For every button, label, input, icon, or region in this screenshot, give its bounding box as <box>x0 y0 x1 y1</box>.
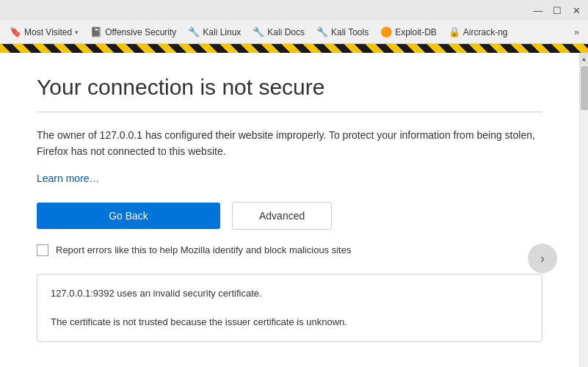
forward-nav-button[interactable]: › <box>528 244 557 273</box>
titlebar: — ☐ ✕ <box>0 0 588 21</box>
bookmark-kali-docs[interactable]: 🔧 Kali Docs <box>247 24 310 40</box>
scroll-up-button[interactable]: ▲ <box>580 53 589 65</box>
error-box: 127.0.0.1:9392 uses an invalid security … <box>37 274 542 343</box>
bookmark-label-kali-tools: Kali Tools <box>331 27 369 37</box>
bookmark-label-aircrack-ng: Aircrack-ng <box>463 27 508 37</box>
bookmark-icon-kali-linux: 🔧 <box>188 26 200 37</box>
close-button[interactable]: ✕ <box>570 4 582 16</box>
bookmark-label-kali-linux: Kali Linux <box>203 27 241 37</box>
bookmark-icon-kali-tools: 🔧 <box>316 26 328 37</box>
bookmark-kali-linux[interactable]: 🔧 Kali Linux <box>183 24 246 40</box>
maximize-button[interactable]: ☐ <box>551 4 563 16</box>
main-wrapper: Your connection is not secure The owner … <box>0 53 588 367</box>
bookmark-label-offensive-security: Offensive Security <box>105 27 176 37</box>
content-area: Your connection is not secure The owner … <box>0 53 579 367</box>
chevron-down-icon: ▾ <box>75 29 79 36</box>
divider <box>37 112 542 112</box>
bookmark-kali-tools[interactable]: 🔧 Kali Tools <box>311 24 374 40</box>
report-label: Report errors like this to help Mozilla … <box>56 244 351 255</box>
error-box-line2: The certificate is not trusted because t… <box>51 315 529 330</box>
bookmark-most-visited[interactable]: 🔖 Most Visited ▾ <box>4 24 84 40</box>
bookmark-offensive-security[interactable]: 📓 Offensive Security <box>85 24 181 40</box>
bookmark-icon-most-visited: 🔖 <box>10 26 21 37</box>
advanced-button[interactable]: Advanced <box>232 202 332 230</box>
warning-stripe <box>0 44 588 53</box>
button-row: Go Back Advanced <box>37 202 542 230</box>
bookmark-icon-offensive-security: 📓 <box>90 26 102 37</box>
page-title: Your connection is not secure <box>37 75 542 100</box>
error-description: The owner of 127.0.0.1 has configured th… <box>37 127 542 160</box>
report-checkbox[interactable] <box>37 244 48 256</box>
error-box-line1: 127.0.0.1:9392 uses an invalid security … <box>51 286 529 302</box>
bookmark-label-exploit-db: Exploit-DB <box>395 27 437 37</box>
bookmark-icon-exploit-db: 🟠 <box>380 26 392 37</box>
report-row: Report errors like this to help Mozilla … <box>37 244 542 256</box>
bookmark-exploit-db[interactable]: 🟠 Exploit-DB <box>375 24 442 40</box>
bookmark-label-most-visited: Most Visited <box>24 27 72 37</box>
go-back-button[interactable]: Go Back <box>37 203 220 229</box>
minimize-button[interactable]: — <box>532 4 544 16</box>
bookmark-label-kali-docs: Kali Docs <box>267 27 305 37</box>
bookmark-aircrack-ng[interactable]: 🔒 Aircrack-ng <box>443 24 513 40</box>
scrollbar[interactable]: ▲ <box>579 53 588 367</box>
more-bookmarks-button[interactable]: » <box>570 24 584 40</box>
bookmark-icon-kali-docs: 🔧 <box>253 26 264 37</box>
bookmarks-bar: 🔖 Most Visited ▾ 📓 Offensive Security 🔧 … <box>0 21 588 44</box>
bookmark-icon-aircrack-ng: 🔒 <box>449 26 460 37</box>
scroll-thumb[interactable] <box>581 66 588 110</box>
learn-more-link[interactable]: Learn more… <box>37 172 100 184</box>
